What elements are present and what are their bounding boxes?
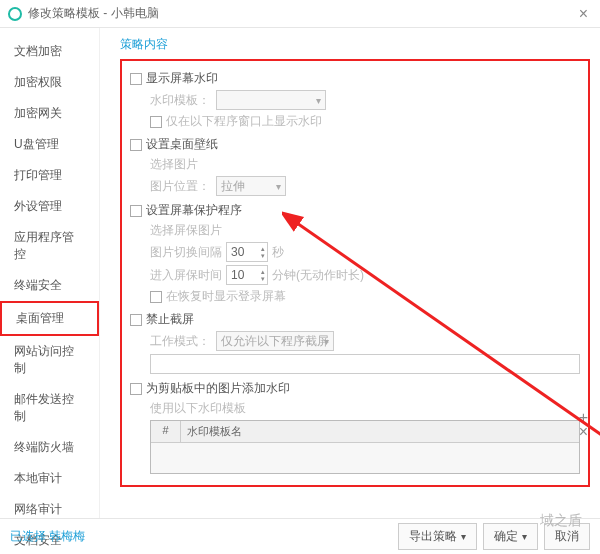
- label-select-image: 选择图片: [150, 156, 198, 173]
- spinner-enter-value: 10: [231, 268, 244, 282]
- label-use-template: 使用以下水印模板: [150, 400, 246, 417]
- checkbox-wm-only[interactable]: [150, 116, 162, 128]
- label-wm-only: 仅在以下程序窗口上显示水印: [166, 113, 322, 130]
- sidebar-item-6[interactable]: 应用程序管控: [0, 222, 99, 270]
- sidebar-item-0[interactable]: 文档加密: [0, 36, 99, 67]
- sidebar-item-12[interactable]: 本地审计: [0, 463, 99, 494]
- select-img-position-value: 拉伸: [221, 178, 245, 195]
- sidebar-item-1[interactable]: 加密权限: [0, 67, 99, 98]
- label-wallpaper: 设置桌面壁纸: [146, 136, 218, 153]
- label-ss-interval: 图片切换间隔: [150, 244, 222, 261]
- label-ss-interval-unit: 秒: [272, 244, 284, 261]
- checkbox-show-watermark[interactable]: [130, 73, 142, 85]
- section-title: 策略内容: [120, 36, 590, 53]
- label-ss-enter-unit: 分钟(无动作时长): [272, 267, 364, 284]
- remove-icon[interactable]: ×: [579, 425, 588, 439]
- label-work-mode: 工作模式：: [150, 333, 210, 350]
- label-img-position: 图片位置：: [150, 178, 210, 195]
- select-img-position[interactable]: 拉伸: [216, 176, 286, 196]
- screenshot-programs-box[interactable]: [150, 354, 580, 374]
- chevron-down-icon: ▾: [461, 531, 466, 542]
- sidebar-item-7[interactable]: 终端安全: [0, 270, 99, 301]
- checkbox-show-login[interactable]: [150, 291, 162, 303]
- select-work-mode-value: 仅允许以下程序截屏: [221, 333, 329, 350]
- close-icon[interactable]: ×: [575, 5, 592, 23]
- label-wm-template: 水印模板：: [150, 92, 210, 109]
- table-col-index: #: [151, 421, 181, 442]
- sidebar-item-4[interactable]: 打印管理: [0, 160, 99, 191]
- wm-template-table: # 水印模板名: [150, 420, 580, 474]
- spinner-enter[interactable]: 10: [226, 265, 268, 285]
- sidebar: 文档加密加密权限加密网关U盘管理打印管理外设管理应用程序管控终端安全桌面管理网站…: [0, 28, 100, 518]
- footer-selected-prefix: 已选择: [10, 529, 46, 543]
- sidebar-item-2[interactable]: 加密网关: [0, 98, 99, 129]
- table-body: [151, 443, 579, 473]
- select-work-mode[interactable]: 仅允许以下程序截屏: [216, 331, 334, 351]
- footer-selected-name: 韩梅梅: [49, 529, 85, 543]
- table-col-name: 水印模板名: [181, 421, 579, 442]
- label-ss-enter: 进入屏保时间: [150, 267, 222, 284]
- sidebar-item-8[interactable]: 桌面管理: [0, 301, 99, 336]
- checkbox-wallpaper[interactable]: [130, 139, 142, 151]
- sidebar-item-3[interactable]: U盘管理: [0, 129, 99, 160]
- app-logo-icon: [8, 7, 22, 21]
- sidebar-item-5[interactable]: 外设管理: [0, 191, 99, 222]
- label-clipboard-wm: 为剪贴板中的图片添加水印: [146, 380, 290, 397]
- cancel-button[interactable]: 取消: [544, 523, 590, 550]
- spinner-interval-value: 30: [231, 245, 244, 259]
- sidebar-item-9[interactable]: 网站访问控制: [0, 336, 99, 384]
- select-wm-template[interactable]: [216, 90, 326, 110]
- label-no-screenshot: 禁止截屏: [146, 311, 194, 328]
- policy-content-box: 显示屏幕水印 水印模板： 仅在以下程序窗口上显示水印 设置桌面壁纸: [120, 59, 590, 487]
- label-show-login: 在恢复时显示登录屏幕: [166, 288, 286, 305]
- spinner-interval[interactable]: 30: [226, 242, 268, 262]
- window-title: 修改策略模板 - 小韩电脑: [28, 5, 575, 22]
- label-ss-image: 选择屏保图片: [150, 222, 222, 239]
- ok-button[interactable]: 确定 ▾: [483, 523, 538, 550]
- export-button[interactable]: 导出策略 ▾: [398, 523, 477, 550]
- checkbox-screensaver[interactable]: [130, 205, 142, 217]
- checkbox-clipboard-wm[interactable]: [130, 383, 142, 395]
- sidebar-item-11[interactable]: 终端防火墙: [0, 432, 99, 463]
- checkbox-no-screenshot[interactable]: [130, 314, 142, 326]
- label-screensaver: 设置屏幕保护程序: [146, 202, 242, 219]
- label-show-watermark: 显示屏幕水印: [146, 70, 218, 87]
- sidebar-item-10[interactable]: 邮件发送控制: [0, 384, 99, 432]
- chevron-down-icon: ▾: [522, 531, 527, 542]
